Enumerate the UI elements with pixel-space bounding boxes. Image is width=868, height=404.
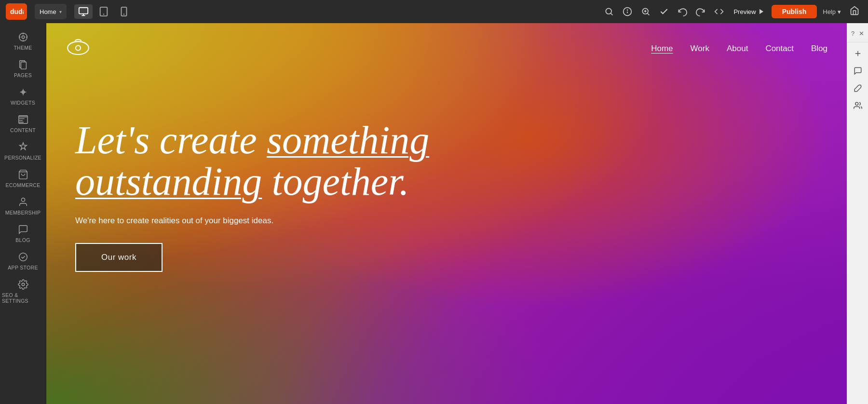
right-panel: ? ✕ xyxy=(847,23,868,404)
preview-button[interactable]: Preview xyxy=(730,6,768,17)
theme-icon xyxy=(18,32,28,42)
redo-button[interactable] xyxy=(693,5,708,18)
pages-icon xyxy=(18,59,28,70)
svg-point-19 xyxy=(22,36,25,39)
svg-point-33 xyxy=(22,283,25,286)
sidebar-item-theme-label: THEME xyxy=(14,45,32,51)
right-panel-users-button[interactable] xyxy=(847,97,868,114)
duda-logo[interactable]: duda xyxy=(6,3,27,20)
site-logo[interactable] xyxy=(66,37,91,60)
check-button[interactable] xyxy=(656,5,672,18)
hero-cta-button[interactable]: Our work xyxy=(75,243,163,272)
membership-icon xyxy=(18,197,28,207)
right-panel-header: ? ✕ xyxy=(847,27,868,42)
preview-play-icon xyxy=(758,8,765,15)
sidebar-item-pages[interactable]: PAGES xyxy=(0,54,46,82)
brush-icon xyxy=(854,84,862,93)
website-canvas[interactable]: Home Work About Contact Blog Let's creat… xyxy=(46,23,847,404)
sidebar-item-membership-label: MEMBERSHIP xyxy=(5,210,41,215)
search-icon xyxy=(604,7,614,16)
desktop-icon xyxy=(78,6,89,17)
svg-point-8 xyxy=(606,8,612,14)
canvas-wrap: Home Work About Contact Blog Let's creat… xyxy=(46,23,847,404)
nav-link-work[interactable]: Work xyxy=(691,44,709,54)
sidebar-item-personalize[interactable]: PERSONALIZE xyxy=(0,137,46,164)
sidebar-item-seo-label: SEO & SETTINGS xyxy=(2,292,44,304)
info-button[interactable] xyxy=(620,5,635,18)
sidebar-item-ecommerce[interactable]: ECOMMERCE xyxy=(0,164,46,192)
svg-rect-25 xyxy=(21,62,26,69)
site-nav-links: Home Work About Contact Blog xyxy=(651,44,827,54)
right-panel-chat-button[interactable] xyxy=(847,63,868,79)
hero-headline-underlined1: something xyxy=(267,118,429,162)
blog-icon xyxy=(18,224,28,235)
nav-link-blog-text: Blog xyxy=(811,44,827,53)
hero-content: Let's create something outstanding toget… xyxy=(75,120,818,272)
sidebar-item-blog[interactable]: BLOG xyxy=(0,219,46,247)
svg-line-9 xyxy=(611,13,613,15)
code-button[interactable] xyxy=(711,5,727,18)
search-button[interactable] xyxy=(601,5,617,18)
add-icon xyxy=(854,49,862,58)
home-icon xyxy=(850,6,859,15)
info-icon xyxy=(623,7,632,16)
nav-link-contact-text: Contact xyxy=(765,44,794,53)
undo-icon xyxy=(678,7,687,16)
sidebar-item-membership[interactable]: MEMBERSHIP xyxy=(0,192,46,219)
mobile-device-button[interactable] xyxy=(115,4,133,19)
nav-link-contact[interactable]: Contact xyxy=(765,44,794,54)
zoom-button[interactable] xyxy=(638,5,653,18)
tablet-device-button[interactable] xyxy=(95,4,113,19)
seo-settings-icon xyxy=(18,279,28,290)
users-icon xyxy=(854,101,862,110)
home-button[interactable] xyxy=(847,4,862,20)
hero-headline: Let's create something outstanding toget… xyxy=(75,120,818,202)
sidebar-item-app-store[interactable]: APP STORE xyxy=(0,247,46,274)
ecommerce-icon xyxy=(18,169,28,180)
personalize-icon xyxy=(18,142,28,152)
right-panel-add-button[interactable] xyxy=(847,45,868,62)
right-panel-question-button[interactable]: ? xyxy=(849,29,856,38)
page-selector-chevron: ▾ xyxy=(59,9,62,14)
code-icon xyxy=(714,7,724,16)
sidebar-item-blog-label: BLOG xyxy=(15,237,30,243)
svg-point-38 xyxy=(855,102,858,105)
nav-link-about[interactable]: About xyxy=(727,44,748,54)
preview-label: Preview xyxy=(733,8,756,15)
sidebar-item-personalize-label: PERSONALIZE xyxy=(4,155,41,161)
device-switcher xyxy=(74,4,133,19)
sidebar-item-content-label: CONTENT xyxy=(10,127,36,133)
page-selector[interactable]: Home ▾ xyxy=(35,4,67,19)
svg-text:duda: duda xyxy=(10,8,24,15)
right-panel-close-button[interactable]: ✕ xyxy=(857,29,866,38)
nav-link-home-text: Home xyxy=(651,44,673,53)
app-store-icon xyxy=(18,252,28,262)
nav-link-home[interactable]: Home xyxy=(651,44,673,54)
svg-marker-17 xyxy=(760,9,763,14)
svg-line-14 xyxy=(648,13,650,15)
desktop-device-button[interactable] xyxy=(74,4,93,19)
site-logo-eye-icon xyxy=(66,37,91,57)
sidebar-item-theme[interactable]: THEME xyxy=(0,27,46,54)
help-button[interactable]: Help ▾ xyxy=(820,6,844,17)
undo-button[interactable] xyxy=(675,5,690,18)
check-icon xyxy=(659,7,669,16)
sidebar-item-content[interactable]: CONTENT xyxy=(0,109,46,137)
help-chevron: ▾ xyxy=(838,8,841,15)
svg-point-32 xyxy=(19,253,27,261)
nav-link-about-text: About xyxy=(727,44,748,53)
mobile-icon xyxy=(119,6,129,17)
duda-logo-svg: duda xyxy=(9,7,24,16)
widgets-icon xyxy=(18,87,28,97)
publish-button[interactable]: Publish xyxy=(772,5,817,18)
right-panel-brush-button[interactable] xyxy=(847,80,868,96)
sidebar-item-widgets[interactable]: WIDGETS xyxy=(0,82,46,109)
sidebar-item-widgets-label: WIDGETS xyxy=(11,100,35,106)
help-label: Help xyxy=(823,8,836,15)
tablet-icon xyxy=(98,6,109,17)
content-icon xyxy=(18,114,28,125)
redo-icon xyxy=(696,7,705,16)
site-navigation: Home Work About Contact Blog xyxy=(46,23,847,60)
nav-link-blog[interactable]: Blog xyxy=(811,44,827,54)
sidebar-item-seo[interactable]: SEO & SETTINGS xyxy=(0,274,46,308)
